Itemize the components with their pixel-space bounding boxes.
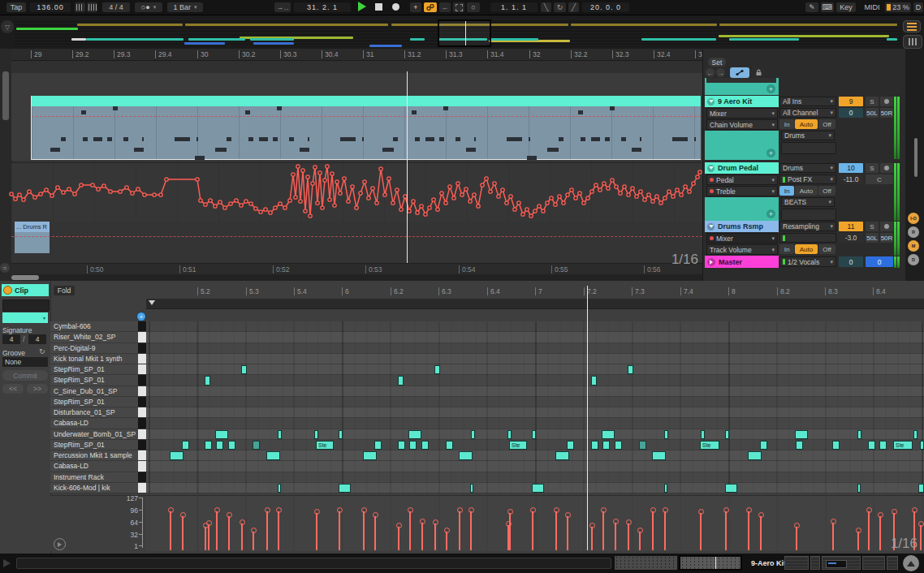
punch-in-button[interactable] <box>453 2 464 12</box>
arrangement-left-scrollbar[interactable] <box>0 49 12 281</box>
velocity-marker[interactable] <box>866 507 872 513</box>
piano-key[interactable] <box>138 418 146 429</box>
velocity-marker[interactable] <box>746 507 752 513</box>
midi-note[interactable] <box>421 441 429 450</box>
grid-row[interactable] <box>146 461 924 472</box>
monitor-in-button[interactable]: In <box>779 244 794 254</box>
grid-row[interactable] <box>146 364 924 375</box>
automation-param-menu[interactable]: Chain Volume▾ <box>706 119 778 130</box>
arrangement-h-scrollbar[interactable] <box>11 274 702 281</box>
velocity-marker[interactable] <box>530 507 536 513</box>
piano-key[interactable] <box>138 407 146 418</box>
velocity-stem[interactable] <box>241 523 243 550</box>
grid-row[interactable] <box>146 386 924 397</box>
back-arrow-button[interactable]: ← <box>706 68 715 77</box>
midi-note[interactable] <box>241 365 247 374</box>
midi-note[interactable] <box>314 430 318 439</box>
collapse-icon[interactable] <box>707 165 715 172</box>
midi-arrangement-overdub-button[interactable] <box>424 2 437 12</box>
master-volume-field[interactable]: 0 <box>839 256 863 267</box>
drum-lane-name[interactable]: StepRim_SP_01 <box>50 364 138 375</box>
ramp-icon[interactable]: ╱ <box>568 2 579 12</box>
velocity-stem[interactable] <box>555 511 557 550</box>
show-mixer-button[interactable]: M <box>908 240 919 252</box>
clip-activator[interactable] <box>3 286 12 295</box>
lock-button[interactable] <box>751 67 766 78</box>
midi-note[interactable] <box>339 484 351 493</box>
velocity-stem[interactable] <box>434 523 436 550</box>
drum-lane-name[interactable]: Underwater_Bomb_01_SP <box>50 429 138 440</box>
velocity-stem[interactable] <box>409 511 411 550</box>
master-output-menu[interactable]: 1/2 Vocals▾ <box>779 256 836 267</box>
midi-note[interactable] <box>920 441 924 450</box>
drum-lane-name[interactable]: Cymbal-606 <box>50 321 138 332</box>
track-number-10[interactable]: 10 <box>839 163 863 173</box>
pan-right-field[interactable]: 50R <box>880 233 893 243</box>
velocity-stem[interactable] <box>216 511 218 550</box>
automation-device-menu[interactable]: Pedal▾ <box>706 174 778 185</box>
midi-note[interactable] <box>507 430 512 439</box>
show-io-button[interactable]: I-O <box>908 213 919 224</box>
add-automation-lane-button[interactable]: + <box>766 209 775 218</box>
midi-note[interactable] <box>408 430 421 439</box>
device-thumbnail[interactable] <box>887 556 898 570</box>
grid-row[interactable] <box>146 407 924 418</box>
solo-button[interactable]: S <box>866 222 879 231</box>
velocity-marker[interactable] <box>444 528 450 533</box>
back-to-arrangement-button[interactable]: ← <box>439 2 451 12</box>
midi-note[interactable] <box>701 430 705 439</box>
fold-button[interactable]: Fold <box>54 286 75 295</box>
device-thumbnail[interactable] <box>784 556 809 570</box>
show-returns-button[interactable]: R <box>908 226 919 238</box>
piano-key[interactable] <box>138 397 146 407</box>
pan-field[interactable]: C <box>866 174 893 184</box>
velocity-lane[interactable] <box>146 495 924 551</box>
solo-button[interactable]: S <box>866 163 879 173</box>
midi-note[interactable] <box>615 441 622 450</box>
signature-denominator-field[interactable]: 4 <box>28 334 46 344</box>
device-thumbnail[interactable] <box>822 556 861 570</box>
velocity-marker[interactable] <box>856 528 861 533</box>
zoom-back-button[interactable]: ≈ <box>0 263 11 274</box>
track-header-9-aero-kit[interactable]: 9 Aero Kit <box>705 96 779 107</box>
device-thumbnail[interactable] <box>862 556 885 570</box>
velocity-marker[interactable] <box>601 507 607 513</box>
velocity-marker[interactable] <box>723 507 729 513</box>
piano-key[interactable] <box>138 375 146 386</box>
midi-note[interactable] <box>567 441 574 450</box>
loop-switch[interactable]: ○ <box>467 2 480 12</box>
midi-note[interactable] <box>748 451 762 460</box>
velocity-marker[interactable] <box>758 512 764 518</box>
velocity-stem[interactable] <box>725 511 727 550</box>
velocity-stem[interactable] <box>748 511 749 550</box>
fade-icon[interactable]: ╲ <box>541 2 551 12</box>
computer-midi-keyboard-button[interactable]: ⌨ <box>821 2 834 12</box>
midi-note[interactable] <box>913 430 918 439</box>
grid-row[interactable] <box>146 472 924 483</box>
pan-left-field[interactable]: 50L <box>866 233 879 243</box>
midi-note[interactable] <box>398 441 405 450</box>
velocity-marker[interactable] <box>892 509 897 515</box>
piano-key[interactable] <box>138 386 146 397</box>
grid-row[interactable] <box>146 440 924 450</box>
show-delay-button[interactable]: D <box>908 254 919 265</box>
velocity-marker[interactable] <box>420 519 425 524</box>
piano-key[interactable] <box>138 321 146 332</box>
automation-link-button[interactable] <box>730 67 749 78</box>
clip-overview-view[interactable] <box>679 555 742 571</box>
velocity-stem[interactable] <box>664 511 666 550</box>
time-signature-field[interactable]: 4 / 4 <box>102 2 130 12</box>
midi-note[interactable] <box>664 430 668 439</box>
velocity-stem[interactable] <box>398 527 399 550</box>
velocity-marker[interactable] <box>168 507 174 513</box>
midi-note[interactable] <box>532 484 544 493</box>
midi-note[interactable] <box>591 441 598 450</box>
panel-v-scrollbar[interactable] <box>914 138 918 177</box>
device-thumbnail[interactable] <box>810 556 820 570</box>
midi-note[interactable] <box>374 441 382 450</box>
loop-start-marker[interactable] <box>149 300 155 305</box>
track-header-master[interactable]: Master <box>705 256 779 268</box>
arm-button[interactable] <box>880 222 893 231</box>
grid-row[interactable] <box>146 450 924 461</box>
velocity-stem[interactable] <box>628 523 629 550</box>
